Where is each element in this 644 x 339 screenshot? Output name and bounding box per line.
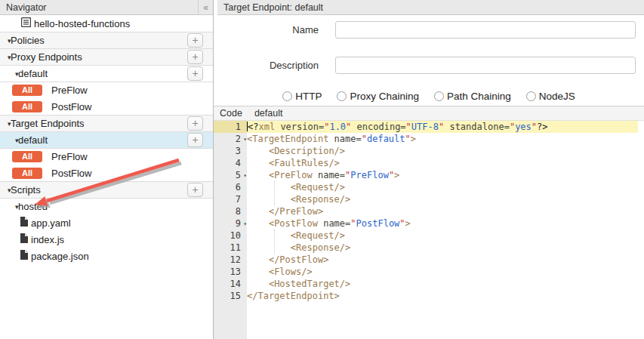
code-text: <HostedTarget/> (247, 278, 638, 290)
code-text: <Request/> (247, 230, 638, 242)
tree-item-app-yaml[interactable]: app.yaml (0, 214, 213, 231)
all-conditions-badge: All (12, 151, 42, 162)
code-line[interactable]: 5▾ <PreFlow name="PreFlow"> (214, 169, 638, 181)
tree-item-preflow[interactable]: AllPreFlow (0, 82, 213, 98)
tree-item-postflow[interactable]: AllPostFlow (0, 165, 213, 181)
tree-item-hello-hosted-functions[interactable]: hello-hosted-functions (0, 15, 213, 32)
tree-item-policies[interactable]: ▾Policies+ (0, 32, 213, 48)
tree-item-default[interactable]: ▾default+ (0, 65, 213, 82)
protocol-radio-nodejs[interactable]: NodeJS (526, 91, 575, 102)
collapse-panel-button[interactable]: « (198, 0, 213, 14)
code-line[interactable]: 2▾<TargetEndpoint name="default"> (214, 133, 638, 145)
tree-item-label: Scripts (11, 184, 41, 196)
protocol-radio-proxy-chaining[interactable]: Proxy Chaining (337, 91, 419, 102)
tree-item-label: PostFlow (51, 168, 91, 179)
line-number[interactable]: 15 (214, 290, 247, 302)
tree-item-label: hosted (18, 201, 48, 212)
name-input[interactable] (335, 21, 636, 39)
line-number[interactable]: 14 (214, 278, 247, 290)
disclosure-triangle-icon[interactable]: ▾ (0, 70, 15, 78)
tree-item-label: PreFlow (51, 151, 88, 162)
radio-circle-icon[interactable] (282, 91, 292, 101)
code-text: <TargetEndpoint name="default"> (247, 133, 638, 145)
code-line[interactable]: 4 <FaultRules/> (214, 157, 638, 169)
code-text: <?xml version="1.0" encoding="UTF-8" sta… (247, 121, 638, 133)
disclosure-triangle-icon[interactable]: ▾ (0, 120, 8, 128)
code-line[interactable]: 14 <HostedTarget/> (214, 278, 638, 290)
line-number[interactable]: 8 (214, 205, 247, 217)
protocol-radio-http[interactable]: HTTP (282, 91, 322, 102)
tree-item-target-endpoints[interactable]: ▾Target Endpoints+ (0, 115, 213, 131)
apigee-proxy-editor: Navigator « hello-hosted-functions▾Polic… (0, 0, 644, 339)
line-number[interactable]: 11 (214, 242, 247, 254)
code-line[interactable]: 6 <Request/> (214, 181, 638, 193)
radio-label: NodeJS (539, 91, 575, 102)
code-text: </PostFlow> (247, 254, 638, 266)
disclosure-triangle-icon[interactable]: ▾ (0, 186, 8, 194)
tree-item-package-json[interactable]: package.json (0, 248, 213, 264)
tree-item-index-js[interactable]: index.js (0, 231, 213, 248)
navigator-header: Navigator « (0, 0, 213, 15)
code-line[interactable]: 3 <Description/> (214, 145, 638, 157)
code-line[interactable]: 11 <Response/> (214, 242, 638, 254)
tree-item-preflow[interactable]: AllPreFlow (0, 148, 213, 165)
code-line[interactable]: 9▾ <PostFlow name="PostFlow"> (214, 217, 638, 230)
code-tab-label: Code (220, 108, 242, 119)
tree-item-label: Target Endpoints (11, 118, 85, 129)
line-number[interactable]: 3 (214, 145, 247, 157)
code-line[interactable]: 13 <Flows/> (214, 266, 638, 278)
code-line[interactable]: 7 <Response/> (214, 193, 638, 205)
tree-item-label: default (18, 68, 48, 79)
radio-label: HTTP (295, 91, 322, 102)
add-button[interactable]: + (187, 133, 203, 147)
code-line[interactable]: 10 <Request/> (214, 230, 638, 242)
line-number[interactable]: 10 (214, 230, 247, 242)
add-button[interactable]: + (187, 66, 203, 81)
fold-triangle-icon[interactable]: ▾ (241, 170, 247, 182)
proxy-bundle-icon (21, 17, 31, 29)
disclosure-triangle-icon[interactable]: ▾ (0, 137, 15, 144)
tree-item-default[interactable]: ▾default+ (0, 131, 213, 148)
tree-item-scripts[interactable]: ▾Scripts+ (0, 181, 213, 198)
tree-item-label: hello-hosted-functions (34, 18, 130, 29)
tree-item-proxy-endpoints[interactable]: ▾Proxy Endpoints+ (0, 48, 213, 65)
tree-item-hosted[interactable]: ▾hosted (0, 198, 213, 214)
line-number[interactable]: 9▾ (214, 217, 247, 230)
radio-circle-icon[interactable] (337, 91, 347, 101)
target-endpoint-panel: Target Endpoint: default Name Descriptio… (214, 0, 644, 339)
line-number[interactable]: 6 (214, 181, 247, 193)
name-label: Name (214, 24, 319, 35)
line-number[interactable]: 5▾ (214, 169, 247, 181)
code-line[interactable]: 1<?xml version="1.0" encoding="UTF-8" st… (214, 121, 638, 133)
line-number[interactable]: 12 (214, 254, 247, 266)
add-button[interactable]: + (187, 183, 203, 197)
panel-title: Target Endpoint: default (217, 0, 644, 15)
all-conditions-badge: All (12, 168, 42, 179)
line-number[interactable]: 7 (214, 193, 247, 205)
disclosure-triangle-icon[interactable]: ▾ (0, 203, 15, 211)
line-number[interactable]: 2▾ (214, 133, 247, 145)
line-number[interactable]: 13 (214, 266, 247, 278)
tree-item-label: app.yaml (31, 217, 71, 229)
code-line[interactable]: 15</TargetEndpoint> (214, 290, 638, 302)
add-button[interactable]: + (187, 33, 203, 48)
protocol-radio-path-chaining[interactable]: Path Chaining (434, 91, 511, 102)
code-line[interactable]: 12 </PostFlow> (214, 254, 638, 266)
tree-item-label: PreFlow (51, 85, 88, 96)
code-editor[interactable]: 1<?xml version="1.0" encoding="UTF-8" st… (214, 121, 638, 339)
disclosure-triangle-icon[interactable]: ▾ (0, 54, 8, 61)
radio-circle-icon[interactable] (526, 91, 536, 101)
code-text: </TargetEndpoint> (247, 290, 638, 302)
tree-item-postflow[interactable]: AllPostFlow (0, 98, 213, 115)
description-input[interactable] (335, 57, 636, 74)
radio-circle-icon[interactable] (434, 91, 444, 101)
fold-triangle-icon[interactable]: ▾ (241, 134, 247, 146)
file-icon (20, 217, 28, 229)
fold-triangle-icon[interactable]: ▾ (241, 218, 247, 230)
code-line[interactable]: 8 </PreFlow> (214, 205, 638, 217)
add-button[interactable]: + (187, 50, 203, 64)
disclosure-triangle-icon[interactable]: ▾ (0, 37, 8, 45)
line-number[interactable]: 4 (214, 157, 247, 169)
line-number[interactable]: 1 (214, 121, 247, 133)
add-button[interactable]: + (187, 116, 203, 131)
